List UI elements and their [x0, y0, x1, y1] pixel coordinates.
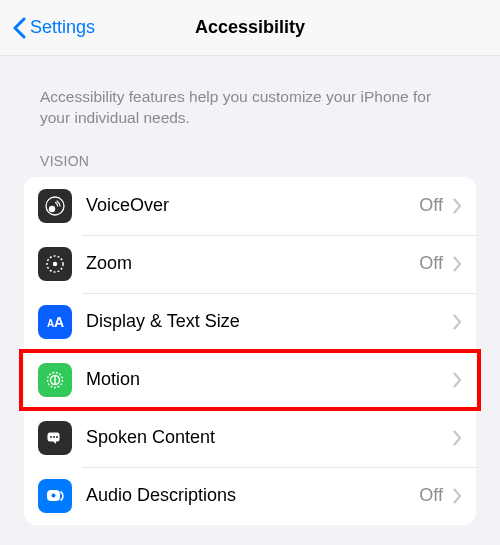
spoken-content-icon: [38, 421, 72, 455]
row-zoom[interactable]: Zoom Off: [24, 235, 476, 293]
svg-point-14: [52, 493, 56, 497]
voiceover-icon: [38, 189, 72, 223]
row-audio-descriptions[interactable]: Audio Descriptions Off: [24, 467, 476, 525]
svg-text:A: A: [54, 314, 64, 330]
chevron-right-icon: [453, 256, 462, 272]
navbar: Settings Accessibility: [0, 0, 500, 56]
motion-icon: [38, 363, 72, 397]
row-label: Motion: [86, 369, 443, 390]
svg-point-1: [49, 206, 55, 212]
row-motion[interactable]: Motion: [24, 351, 476, 409]
chevron-right-icon: [453, 314, 462, 330]
chevron-right-icon: [453, 372, 462, 388]
chevron-left-icon: [12, 17, 26, 39]
svg-point-0: [46, 197, 64, 215]
chevron-right-icon: [453, 198, 462, 214]
svg-point-3: [53, 262, 57, 266]
row-display-text-size[interactable]: A A Display & Text Size: [24, 293, 476, 351]
row-voiceover[interactable]: VoiceOver Off: [24, 177, 476, 235]
section-header-vision: VISION: [0, 153, 500, 177]
description-text: Accessibility features help you customiz…: [0, 56, 500, 153]
svg-point-12: [56, 436, 58, 438]
row-status: Off: [419, 195, 443, 216]
audio-descriptions-icon: [38, 479, 72, 513]
row-label: Display & Text Size: [86, 311, 443, 332]
row-label: Zoom: [86, 253, 419, 274]
row-spoken-content[interactable]: Spoken Content: [24, 409, 476, 467]
back-label: Settings: [30, 17, 95, 38]
svg-point-11: [53, 436, 55, 438]
svg-point-10: [50, 436, 52, 438]
row-label: Spoken Content: [86, 427, 443, 448]
row-label: Audio Descriptions: [86, 485, 419, 506]
row-status: Off: [419, 253, 443, 274]
chevron-right-icon: [453, 430, 462, 446]
page-title: Accessibility: [195, 17, 305, 38]
zoom-icon: [38, 247, 72, 281]
row-status: Off: [419, 485, 443, 506]
vision-list: VoiceOver Off Zoom Off A A Display & Tex…: [24, 177, 476, 525]
row-label: VoiceOver: [86, 195, 419, 216]
text-size-icon: A A: [38, 305, 72, 339]
back-button[interactable]: Settings: [0, 17, 107, 39]
chevron-right-icon: [453, 488, 462, 504]
